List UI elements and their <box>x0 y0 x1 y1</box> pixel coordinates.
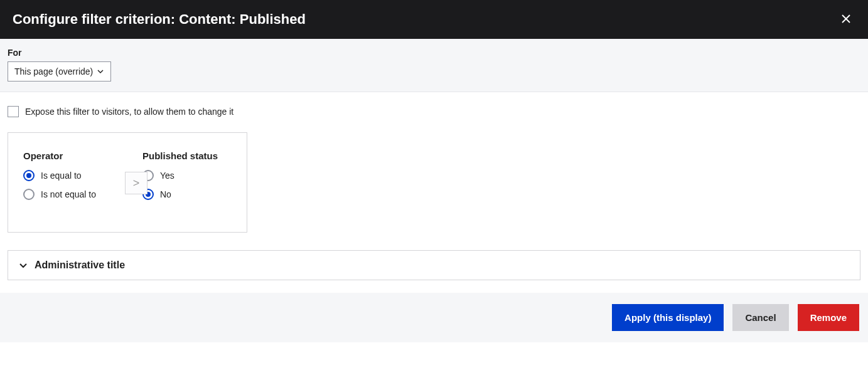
scope-selected-value: This page (override) <box>14 66 93 76</box>
expose-filter-checkbox[interactable] <box>8 106 19 117</box>
dialog-body: Expose this filter to visitors, to allow… <box>0 92 868 293</box>
radio-icon <box>23 189 35 200</box>
arrow-glyph: > <box>133 177 140 190</box>
status-option-yes[interactable]: Yes <box>142 170 232 181</box>
administrative-title-toggle[interactable]: Administrative title <box>8 250 860 280</box>
expose-filter-label: Expose this filter to visitors, to allow… <box>25 107 233 117</box>
expose-filter-row[interactable]: Expose this filter to visitors, to allow… <box>8 106 860 117</box>
close-button[interactable] <box>837 11 855 28</box>
scope-select[interactable]: This page (override) <box>8 61 111 81</box>
criteria-panels: Operator Is equal to Is not equal to > P… <box>8 132 247 233</box>
chevron-down-icon <box>97 68 104 75</box>
cancel-button[interactable]: Cancel <box>732 304 788 331</box>
operator-panel: Operator Is equal to Is not equal to <box>8 133 127 232</box>
apply-button[interactable]: Apply (this display) <box>612 304 724 331</box>
radio-icon <box>23 170 35 181</box>
dialog-title: Configure filter criterion: Content: Pub… <box>13 11 306 28</box>
operator-option-label: Is not equal to <box>41 189 96 199</box>
scope-label: For <box>8 48 860 58</box>
close-icon <box>842 14 850 23</box>
scope-section: For This page (override) <box>0 39 868 92</box>
status-option-label: No <box>160 189 171 199</box>
arrow-badge: > <box>125 172 147 194</box>
dialog-header: Configure filter criterion: Content: Pub… <box>0 0 868 39</box>
dialog-footer: Apply (this display) Cancel Remove <box>0 293 868 342</box>
status-option-label: Yes <box>160 171 174 181</box>
administrative-title-label: Administrative title <box>35 260 125 271</box>
chevron-down-icon <box>18 260 28 270</box>
operator-option-equal[interactable]: Is equal to <box>23 170 112 181</box>
status-option-no[interactable]: No <box>142 189 232 200</box>
status-title: Published status <box>142 150 232 161</box>
operator-option-label: Is equal to <box>41 171 82 181</box>
operator-title: Operator <box>23 150 112 161</box>
remove-button[interactable]: Remove <box>798 304 859 331</box>
operator-option-not-equal[interactable]: Is not equal to <box>23 189 112 200</box>
